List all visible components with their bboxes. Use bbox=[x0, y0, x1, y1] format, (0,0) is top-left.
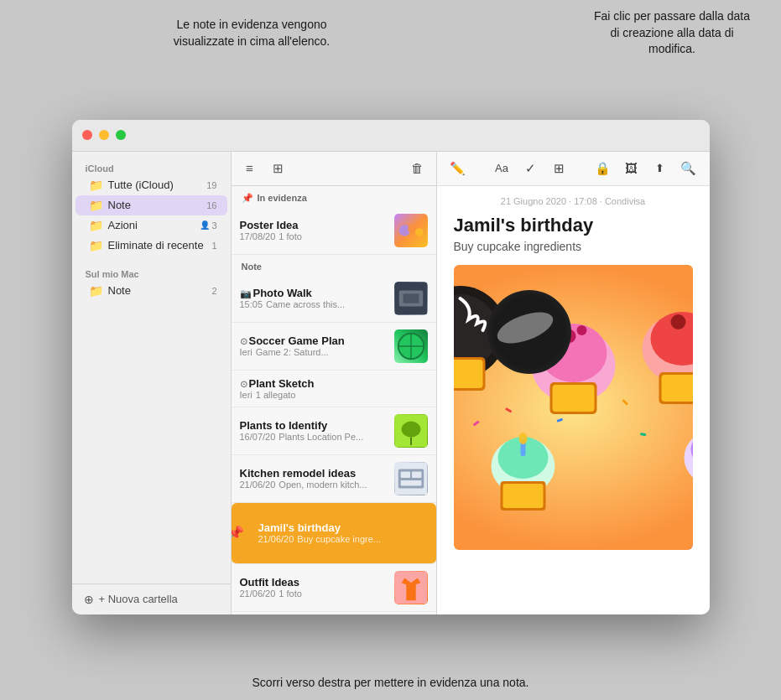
share-icon: ⬆ bbox=[655, 162, 664, 174]
compose-icon: ✏️ bbox=[450, 161, 466, 176]
grid-view-icon: ⊞ bbox=[273, 161, 284, 176]
delete-button[interactable]: 🗑 bbox=[406, 157, 430, 180]
sidebar: iCloud 📁 Tutte (iCloud) 19 📁 Note 16 📁 A… bbox=[72, 152, 232, 614]
notes-list-content: 📌 In evidenza Poster Idea 17/08/201 foto bbox=[232, 186, 436, 614]
sidebar-item-eliminate[interactable]: 📁 Eliminate di recente 1 bbox=[75, 236, 227, 256]
sidebar-item-azioni[interactable]: 📁 Azioni 👤 3 bbox=[75, 215, 227, 236]
note-meta: 21/06/201 foto bbox=[240, 589, 388, 599]
note-image bbox=[454, 265, 693, 550]
callout-left: Le note in evidenza vengono visualizzate… bbox=[168, 17, 336, 49]
note-title-display: Jamil's birthday bbox=[454, 215, 693, 236]
folder-icon: 📁 bbox=[89, 284, 103, 298]
svg-rect-15 bbox=[411, 471, 420, 478]
search-icon: 🔍 bbox=[680, 161, 696, 176]
note-meta: 15:05Came across this... bbox=[240, 299, 388, 309]
callout-right: Fai clic per passare dalla data di creaz… bbox=[588, 8, 756, 58]
titlebar bbox=[72, 120, 710, 152]
grid-view-button[interactable]: ⊞ bbox=[267, 157, 290, 180]
svg-rect-5 bbox=[403, 293, 419, 303]
sidebar-item-label: Note bbox=[108, 284, 207, 297]
image-icon: 🖼 bbox=[625, 161, 638, 175]
folder-icon: 📁 bbox=[89, 179, 103, 192]
camera-icon: 📷 bbox=[240, 288, 252, 298]
note-detail-content: 21 Giugno 2020 · 17:08 · Condivisa Jamil… bbox=[437, 186, 710, 614]
svg-rect-35 bbox=[552, 385, 594, 412]
notes-section-header: Note bbox=[232, 255, 436, 275]
list-item[interactable]: 📌 Jamil's birthday 21/06/20Buy cupcake i… bbox=[232, 503, 436, 564]
circle-icon: ⊙ bbox=[240, 336, 247, 346]
lock-button[interactable]: 🔒 bbox=[591, 157, 616, 180]
list-view-icon: ≡ bbox=[246, 161, 253, 175]
minimize-button[interactable] bbox=[99, 130, 109, 140]
font-icon: Aa bbox=[495, 162, 508, 174]
note-meta: 17/08/201 foto bbox=[240, 231, 388, 241]
note-title: Poster Idea bbox=[240, 219, 388, 231]
note-thumbnail bbox=[394, 414, 428, 448]
pin-indicator: 📌 bbox=[232, 510, 248, 557]
note-thumbnail bbox=[394, 571, 428, 604]
callout-bottom: Scorri verso destra per mettere in evide… bbox=[223, 675, 559, 692]
list-item[interactable]: ⊙Plant Sketch Ieri1 allegato bbox=[232, 371, 436, 407]
note-title: Kitchen remodel ideas bbox=[240, 467, 388, 480]
svg-rect-16 bbox=[400, 480, 421, 485]
list-view-button[interactable]: ≡ bbox=[238, 157, 262, 180]
svg-rect-14 bbox=[400, 471, 409, 478]
share-button[interactable]: ⬆ bbox=[648, 157, 673, 180]
note-thumbnail bbox=[394, 282, 428, 315]
svg-point-10 bbox=[401, 421, 420, 437]
svg-rect-46 bbox=[502, 484, 543, 508]
note-meta: IeriGame 2: Saturd... bbox=[240, 347, 388, 357]
svg-point-44 bbox=[518, 433, 527, 444]
sidebar-item-badge: 1 bbox=[211, 241, 216, 251]
font-button[interactable]: Aa bbox=[489, 157, 514, 180]
cupcake-image bbox=[454, 265, 693, 550]
pinned-section-label: In evidenza bbox=[258, 193, 307, 203]
pinned-section-header: 📌 In evidenza bbox=[232, 186, 436, 207]
pin-icon: 📌 bbox=[242, 193, 253, 204]
compose-button[interactable]: ✏️ bbox=[445, 157, 471, 180]
list-item[interactable]: Stitching Patterns 16/06/201 foto bbox=[232, 612, 436, 614]
note-title: Plants to Identify bbox=[240, 419, 388, 432]
sidebar-item-tutte[interactable]: 📁 Tutte (iCloud) 19 bbox=[75, 175, 227, 195]
note-meta: Ieri1 allegato bbox=[240, 390, 428, 400]
table-button[interactable]: ⊞ bbox=[546, 157, 571, 180]
note-thumbnail bbox=[394, 214, 428, 247]
sidebar-item-note-mac[interactable]: 📁 Note 2 bbox=[75, 281, 227, 301]
list-item[interactable]: Kitchen remodel ideas 21/06/20Open, mode… bbox=[232, 455, 436, 503]
sidebar-item-badge: 16 bbox=[206, 200, 216, 210]
close-button[interactable] bbox=[82, 130, 92, 140]
note-meta: 16/07/20Plants Location Pe... bbox=[240, 432, 388, 442]
list-item[interactable]: 📷Photo Walk 15:05Came across this... bbox=[232, 275, 436, 323]
fullscreen-button[interactable] bbox=[116, 130, 126, 140]
mac-section-label: Sul mio Mac bbox=[72, 264, 231, 281]
new-folder-button[interactable]: ⊕ + Nuova cartella bbox=[72, 583, 231, 614]
svg-rect-29 bbox=[454, 360, 483, 388]
note-meta: 21/06/20Open, modern kitch... bbox=[240, 480, 388, 490]
note-thumbnail bbox=[394, 462, 428, 495]
trash-icon: 🗑 bbox=[411, 161, 424, 175]
list-item[interactable]: Poster Idea 17/08/201 foto bbox=[232, 207, 436, 255]
note-title: ⊙Soccer Game Plan bbox=[240, 334, 388, 347]
note-title: ⊙Plant Sketch bbox=[240, 377, 428, 390]
list-item[interactable]: ⊙Soccer Game Plan IeriGame 2: Saturd... bbox=[232, 323, 436, 371]
checklist-button[interactable]: ✓ bbox=[518, 157, 543, 180]
list-item[interactable]: Plants to Identify 16/07/20Plants Locati… bbox=[232, 407, 436, 455]
sidebar-item-label: Eliminate di recente bbox=[108, 239, 207, 251]
sidebar-item-badge: 3 bbox=[211, 220, 216, 231]
note-title: Jamil's birthday bbox=[258, 521, 428, 534]
note-detail-pane: ✏️ Aa ✓ ⊞ 🔒 🖼 bbox=[437, 152, 710, 614]
image-button[interactable]: 🖼 bbox=[619, 157, 644, 180]
sidebar-item-note-icloud[interactable]: 📁 Note 16 bbox=[75, 195, 227, 215]
svg-point-33 bbox=[576, 325, 586, 335]
search-button[interactable]: 🔍 bbox=[676, 157, 701, 180]
sidebar-item-label: Note bbox=[108, 199, 202, 211]
list-item[interactable]: Outfit Ideas 21/06/201 foto bbox=[232, 564, 436, 612]
icloud-section-label: iCloud bbox=[72, 158, 231, 175]
note-detail-toolbar: ✏️ Aa ✓ ⊞ 🔒 🖼 bbox=[437, 152, 710, 186]
note-date: 21 Giugno 2020 · 17:08 · Condivisa bbox=[454, 196, 693, 206]
table-icon: ⊞ bbox=[554, 161, 565, 176]
lock-icon: 🔒 bbox=[595, 161, 611, 176]
plus-icon: ⊕ bbox=[84, 593, 94, 606]
notes-section-label: Note bbox=[242, 262, 262, 272]
svg-rect-40 bbox=[661, 375, 693, 402]
